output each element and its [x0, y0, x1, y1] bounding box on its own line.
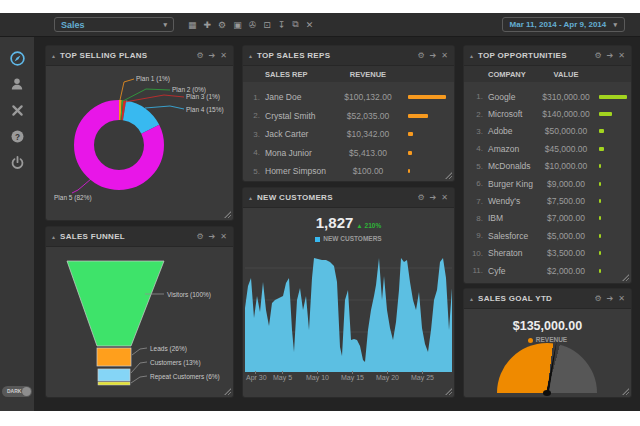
company-name: Cyfe [488, 266, 533, 276]
table-row[interactable]: 9.Salesforce$5,000.00 [464, 227, 631, 244]
collapse-icon[interactable]: ▴ [52, 233, 55, 240]
funnel-label: Customers (13%) [150, 359, 201, 367]
opportunity-value: $310,000.00 [533, 92, 599, 102]
resize-handle[interactable] [622, 388, 629, 395]
date-range-picker[interactable]: Mar 11, 2014 - Apr 9, 2014 ▾ [502, 17, 625, 32]
sidebar-item-tools[interactable] [0, 97, 34, 123]
table-row[interactable]: 4.Mona Junior$5,413.00 [243, 144, 454, 163]
settings-icon[interactable]: ⚙ [594, 51, 601, 60]
toggle-knob-icon [22, 387, 31, 396]
attach-icon[interactable]: ✇ [249, 20, 257, 30]
table-row[interactable]: 5.McDonalds$10,000.00 [464, 158, 631, 175]
table-row[interactable]: 5.Homer Simpson$100.00 [243, 162, 454, 181]
settings-icon[interactable]: ⚙ [218, 20, 226, 30]
widget-title: NEW CUSTOMERS [257, 193, 417, 202]
table-row[interactable]: 1.Jane Doe$100,132.00 [243, 88, 454, 107]
download-icon[interactable]: ↧ [278, 20, 286, 30]
close-icon[interactable]: ✕ [441, 193, 448, 202]
resize-handle[interactable] [445, 388, 452, 395]
chevron-down-icon: ▾ [163, 18, 167, 32]
table-row[interactable]: 3.Adobe$50,000.00 [464, 123, 631, 140]
settings-icon[interactable]: ⚙ [594, 294, 601, 303]
settings-icon[interactable]: ⚙ [417, 193, 424, 202]
theme-toggle[interactable]: DARK [2, 386, 32, 397]
funnel-stage-repeat[interactable] [98, 382, 130, 385]
close-icon[interactable]: ✕ [618, 51, 625, 60]
widget-new-customers: ▴ NEW CUSTOMERS ⚙➔✕ 1,827▲ 210% NEW CUST… [243, 188, 454, 397]
table-row[interactable]: 6.Burger King$9,000.00 [464, 175, 631, 192]
value-bar [599, 164, 601, 168]
metric-value: $135,000.00 [513, 319, 583, 333]
move-icon[interactable]: ➔ [607, 51, 614, 60]
move-icon[interactable]: ➔ [607, 294, 614, 303]
widget-header: ▴ TOP OPPORTUNITIES ⚙➔✕ [464, 46, 631, 66]
collapse-icon[interactable]: ▴ [470, 52, 473, 59]
settings-icon[interactable]: ⚙ [196, 232, 203, 241]
widget-title: TOP SALES REPS [257, 51, 417, 60]
table-row[interactable]: 2.Crystal Smith$52,035.00 [243, 107, 454, 126]
opportunity-value: $2,000.00 [533, 266, 599, 276]
funnel-stage-customers[interactable] [98, 369, 130, 381]
collapse-icon[interactable]: ▴ [249, 194, 252, 201]
opportunity-value: $7,500.00 [533, 196, 599, 206]
funnel-stage-leads[interactable] [97, 348, 131, 366]
close-icon[interactable]: ✕ [220, 51, 227, 60]
settings-icon[interactable]: ⚙ [417, 51, 424, 60]
value-bar [599, 95, 627, 99]
revenue-bar [408, 151, 412, 155]
rep-name: Crystal Smith [265, 111, 328, 121]
legend-marker-icon [528, 338, 533, 343]
dashboard-select[interactable]: Sales ▾ [54, 17, 174, 32]
settings-icon[interactable]: ⚙ [196, 51, 203, 60]
move-icon[interactable]: ➔ [430, 193, 437, 202]
move-icon[interactable]: ➔ [430, 51, 437, 60]
collapse-icon[interactable]: ▴ [249, 52, 252, 59]
table-row[interactable]: 10.Sheraton$3,500.00 [464, 245, 631, 262]
collapse-icon[interactable]: ▴ [52, 52, 55, 59]
slice-label: Plan 3 (1%) [186, 93, 220, 101]
sidebar-item-dashboards[interactable] [0, 45, 34, 71]
move-icon[interactable]: ➔ [209, 232, 216, 241]
series-legend: REVENUE [464, 336, 631, 343]
table-row[interactable]: 4.Amazon$45,000.00 [464, 140, 631, 157]
x-tick: May 15 [341, 374, 364, 381]
widget-title: TOP SELLING PLANS [60, 51, 196, 60]
opportunity-value: $9,000.00 [533, 179, 599, 189]
move-icon[interactable]: ➔ [209, 51, 216, 60]
svg-text:?: ? [14, 132, 19, 141]
table-rows: 1.Jane Doe$100,132.00 2.Crystal Smith$52… [243, 88, 454, 181]
rep-name: Jane Doe [265, 92, 328, 102]
remove-icon[interactable]: ✕ [306, 20, 314, 30]
grid-icon[interactable]: ▦ [188, 20, 197, 30]
company-name: Burger King [488, 179, 533, 189]
widget-top-sales-reps: ▴ TOP SALES REPS ⚙➔✕ SALES REP REVENUE 1… [243, 46, 454, 181]
image-icon[interactable]: ▣ [233, 20, 242, 30]
area-chart[interactable] [245, 248, 452, 372]
close-icon[interactable]: ✕ [220, 232, 227, 241]
add-widget-icon[interactable]: ✚ [204, 20, 212, 30]
value-bar [599, 147, 604, 151]
table-row[interactable]: 7.Wendy's$7,500.00 [464, 192, 631, 209]
widget-top-selling-plans: ▴ TOP SELLING PLANS ⚙➔✕ Plan 1 (1%) Plan… [46, 46, 233, 220]
value-bar [599, 182, 601, 186]
sidebar-item-help[interactable]: ? [0, 123, 34, 149]
duplicate-icon[interactable]: ⧉ [292, 19, 298, 30]
table-row[interactable]: 2.Microsoft$140,000.00 [464, 105, 631, 122]
company-name: Adobe [488, 126, 533, 136]
funnel-stage-visitors[interactable] [67, 261, 164, 346]
sidebar-item-logout[interactable] [0, 149, 34, 175]
collapse-icon[interactable]: ▴ [470, 295, 473, 302]
widget-header: ▴ SALES FUNNEL ⚙➔✕ [46, 227, 233, 247]
close-icon[interactable]: ✕ [618, 294, 625, 303]
table-row[interactable]: 11.Cyfe$2,000.00 [464, 262, 631, 279]
widget-toolbar: ▦ ✚ ⚙ ▣ ✇ ⊡ ↧ ⧉ ✕ [188, 13, 313, 36]
company-name: Wendy's [488, 196, 533, 206]
screen-icon[interactable]: ⊡ [263, 20, 271, 30]
table-row[interactable]: 8.IBM$7,000.00 [464, 210, 631, 227]
table-row[interactable]: 1.Google$310,000.00 [464, 88, 631, 105]
close-icon[interactable]: ✕ [441, 51, 448, 60]
sidebar-item-account[interactable] [0, 71, 34, 97]
table-row[interactable]: 3.Jack Carter$10,342.00 [243, 125, 454, 144]
power-icon [10, 155, 25, 170]
dashboard-app: Sales ▾ ▦ ✚ ⚙ ▣ ✇ ⊡ ↧ ⧉ ✕ Mar 11, 2014 -… [0, 13, 640, 411]
